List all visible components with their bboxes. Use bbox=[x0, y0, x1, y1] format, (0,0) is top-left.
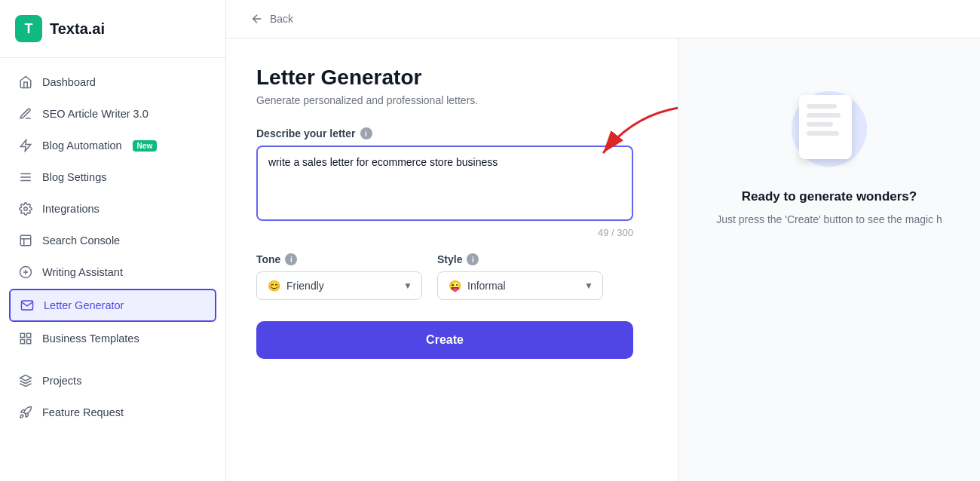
sidebar-item-label: Dashboard bbox=[42, 76, 96, 88]
sidebar-item-writing-assistant[interactable]: Writing Assistant bbox=[9, 257, 216, 287]
arrow-left-icon bbox=[250, 12, 264, 26]
sidebar-item-label: Feature Request bbox=[42, 406, 124, 418]
sidebar-item-label: Blog Automation bbox=[42, 139, 122, 152]
sidebar-item-dashboard[interactable]: Dashboard bbox=[9, 67, 216, 97]
textarea-info-icon[interactable]: i bbox=[360, 127, 372, 139]
tone-select-wrapper: 😊 Friendly ▼ bbox=[256, 271, 422, 300]
tone-style-row: Tone i 😊 Friendly ▼ Style i bbox=[256, 253, 648, 300]
style-emoji: 😜 bbox=[449, 280, 461, 292]
svg-rect-8 bbox=[20, 340, 24, 344]
sidebar-item-label: Writing Assistant bbox=[42, 266, 123, 278]
doc-line bbox=[807, 113, 841, 118]
doc-line bbox=[807, 104, 837, 109]
svg-point-4 bbox=[24, 207, 28, 211]
tone-field-group: Tone i 😊 Friendly ▼ bbox=[256, 253, 422, 300]
doc-line bbox=[807, 122, 833, 127]
blog-settings-icon bbox=[18, 170, 33, 185]
sidebar-item-letter-generator[interactable]: Letter Generator bbox=[9, 289, 216, 322]
svg-rect-9 bbox=[27, 340, 31, 344]
writing-icon bbox=[18, 265, 33, 280]
illustration-doc bbox=[799, 95, 852, 159]
doc-line bbox=[807, 131, 839, 136]
style-select[interactable]: 😜 Informal ▼ bbox=[437, 271, 603, 300]
tone-label: Tone i bbox=[256, 253, 422, 265]
textarea-container bbox=[256, 146, 633, 224]
textarea-label: Describe your letter i bbox=[256, 127, 648, 139]
grid-icon bbox=[18, 331, 33, 346]
logo-icon: T bbox=[15, 15, 42, 42]
form-panel: Letter Generator Generate personalized a… bbox=[226, 38, 678, 481]
svg-marker-0 bbox=[20, 140, 31, 152]
right-panel-text: Just press the 'Create' button to see th… bbox=[716, 212, 942, 228]
back-label: Back bbox=[270, 13, 293, 25]
sidebar: T Texta.ai Dashboard SEO Article Writer … bbox=[0, 0, 226, 481]
style-chevron-icon: ▼ bbox=[584, 280, 593, 291]
pencil-icon bbox=[18, 106, 33, 121]
sidebar-nav: Dashboard SEO Article Writer 3.0 Blog Au… bbox=[0, 61, 225, 434]
tone-emoji: 😊 bbox=[268, 280, 280, 292]
rocket-icon bbox=[18, 405, 33, 420]
right-panel: Ready to generate wonders? Just press th… bbox=[678, 38, 980, 481]
logo: T Texta.ai bbox=[0, 0, 225, 54]
style-select-wrapper: 😜 Informal ▼ bbox=[437, 271, 603, 300]
sidebar-item-label: Business Templates bbox=[42, 332, 139, 345]
logo-text: Texta.ai bbox=[50, 20, 105, 38]
sidebar-item-label: SEO Article Writer 3.0 bbox=[42, 108, 149, 120]
lightning-icon bbox=[18, 138, 33, 153]
sidebar-item-label: Letter Generator bbox=[44, 299, 124, 311]
main-content: Back Letter Generator Generate personali… bbox=[226, 0, 980, 481]
svg-rect-7 bbox=[27, 333, 31, 337]
sidebar-item-seo-writer[interactable]: SEO Article Writer 3.0 bbox=[9, 99, 216, 129]
sidebar-item-blog-settings[interactable]: Blog Settings bbox=[9, 162, 216, 192]
sidebar-item-projects[interactable]: Projects bbox=[9, 366, 216, 396]
page-title: Letter Generator bbox=[256, 66, 648, 90]
content-area: Letter Generator Generate personalized a… bbox=[226, 38, 980, 481]
tone-chevron-icon: ▼ bbox=[403, 280, 412, 291]
style-value: Informal bbox=[467, 280, 506, 292]
sidebar-item-label: Blog Settings bbox=[42, 171, 106, 183]
letter-description-input[interactable] bbox=[256, 146, 633, 221]
sidebar-item-label: Projects bbox=[42, 375, 81, 387]
envelope-icon bbox=[20, 298, 35, 313]
sidebar-item-business-templates[interactable]: Business Templates bbox=[9, 323, 216, 354]
back-button[interactable]: Back bbox=[250, 12, 293, 26]
sidebar-item-feature-request[interactable]: Feature Request bbox=[9, 397, 216, 427]
sidebar-item-label: Integrations bbox=[42, 203, 100, 215]
svg-rect-5 bbox=[20, 235, 31, 246]
svg-rect-6 bbox=[20, 333, 24, 337]
sidebar-item-integrations[interactable]: Integrations bbox=[9, 194, 216, 224]
right-panel-title: Ready to generate wonders? bbox=[742, 189, 917, 204]
chart-icon bbox=[18, 233, 33, 248]
style-info-icon[interactable]: i bbox=[467, 253, 479, 265]
top-bar: Back bbox=[226, 0, 980, 38]
create-button[interactable]: Create bbox=[256, 321, 633, 359]
tone-select[interactable]: 😊 Friendly ▼ bbox=[256, 271, 422, 300]
gear-icon bbox=[18, 201, 33, 216]
svg-marker-10 bbox=[20, 375, 32, 381]
illustration bbox=[784, 84, 874, 174]
char-count: 49 / 300 bbox=[256, 227, 633, 238]
page-subtitle: Generate personalized and professional l… bbox=[256, 94, 648, 106]
layers-icon bbox=[18, 373, 33, 388]
sidebar-item-search-console[interactable]: Search Console bbox=[9, 225, 216, 256]
tone-info-icon[interactable]: i bbox=[285, 253, 297, 265]
tone-value: Friendly bbox=[286, 280, 324, 292]
home-icon bbox=[18, 75, 33, 90]
sidebar-item-blog-automation[interactable]: Blog Automation New bbox=[9, 130, 216, 161]
style-label: Style i bbox=[437, 253, 603, 265]
sidebar-divider bbox=[0, 57, 225, 58]
sidebar-item-label: Search Console bbox=[42, 234, 120, 247]
new-badge: New bbox=[133, 140, 158, 152]
style-field-group: Style i 😜 Informal ▼ bbox=[437, 253, 603, 300]
